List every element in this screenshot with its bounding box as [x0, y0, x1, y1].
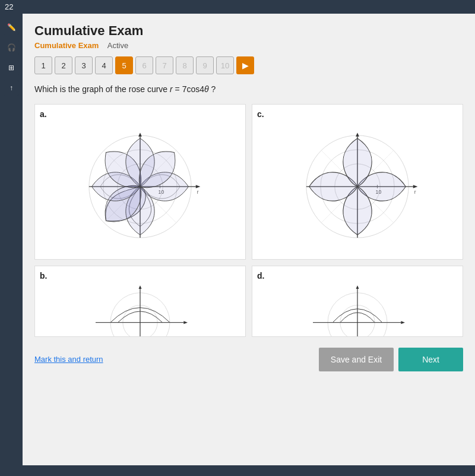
nav-btn-2[interactable]: 2	[55, 56, 72, 74]
nav-btn-7[interactable]: 7	[156, 56, 173, 74]
exam-status: Active	[107, 41, 128, 50]
mark-return-link[interactable]: Mark this and return	[34, 355, 103, 364]
grid-icon[interactable]: ⊞	[4, 60, 19, 75]
bottom-bar: Mark this and return Save and Exit Next	[34, 342, 463, 376]
graph-label-b: b.	[40, 271, 240, 280]
nav-btn-8[interactable]: 8	[176, 56, 194, 74]
svg-marker-41	[401, 321, 405, 324]
graph-svg-c: 10 r	[257, 121, 458, 252]
pencil-icon[interactable]: ✏️	[4, 20, 19, 35]
svg-marker-43	[356, 285, 359, 289]
graph-label-a: a.	[40, 109, 240, 119]
graph-label-d: d.	[257, 271, 458, 280]
svg-text:r: r	[197, 189, 199, 195]
nav-btn-5[interactable]: 5	[115, 56, 133, 74]
graph-option-c[interactable]: c. 10 r	[252, 104, 463, 260]
graph-svg-a: 10 r	[40, 121, 240, 252]
nav-btn-10[interactable]: 10	[216, 56, 234, 74]
svg-marker-10	[138, 133, 142, 137]
svg-marker-24	[356, 133, 359, 137]
svg-marker-8	[196, 185, 201, 188]
graph-label-c: c.	[257, 109, 458, 119]
nav-btn-9[interactable]: 9	[196, 56, 214, 74]
headphones-icon[interactable]: 🎧	[4, 40, 19, 55]
nav-btn-3[interactable]: 3	[75, 56, 93, 74]
bottom-buttons: Save and Exit Next	[319, 348, 463, 371]
nav-btn-4[interactable]: 4	[95, 56, 113, 74]
graph-option-b[interactable]: b.	[34, 266, 246, 337]
graph-svg-b	[40, 283, 240, 337]
graph-svg-d	[257, 283, 458, 337]
svg-text:r: r	[414, 189, 416, 195]
svg-marker-33	[183, 321, 188, 324]
svg-marker-35	[139, 285, 142, 289]
exam-title: Cumulative Exam	[34, 23, 463, 39]
exam-subtitle: Cumulative Exam	[34, 41, 99, 50]
question-text: Which is the graph of the rose curve r =…	[34, 84, 463, 96]
top-bar: 22	[0, 0, 475, 14]
question-nav: 1 2 3 4 5 6 7 8 9 10 ▶	[34, 56, 463, 74]
graph-option-a[interactable]: a.	[34, 104, 246, 260]
save-exit-button[interactable]: Save and Exit	[319, 348, 394, 371]
graphs-grid: a.	[34, 104, 463, 337]
nav-btn-6[interactable]: 6	[135, 56, 153, 74]
arrow-up-icon[interactable]: ↑	[4, 80, 19, 96]
graph-option-d[interactable]: d.	[252, 266, 463, 337]
nav-next-arrow[interactable]: ▶	[236, 56, 254, 74]
svg-marker-22	[413, 185, 418, 188]
next-button[interactable]: Next	[398, 348, 463, 371]
nav-btn-1[interactable]: 1	[34, 56, 52, 74]
page-number: 22	[5, 2, 13, 11]
